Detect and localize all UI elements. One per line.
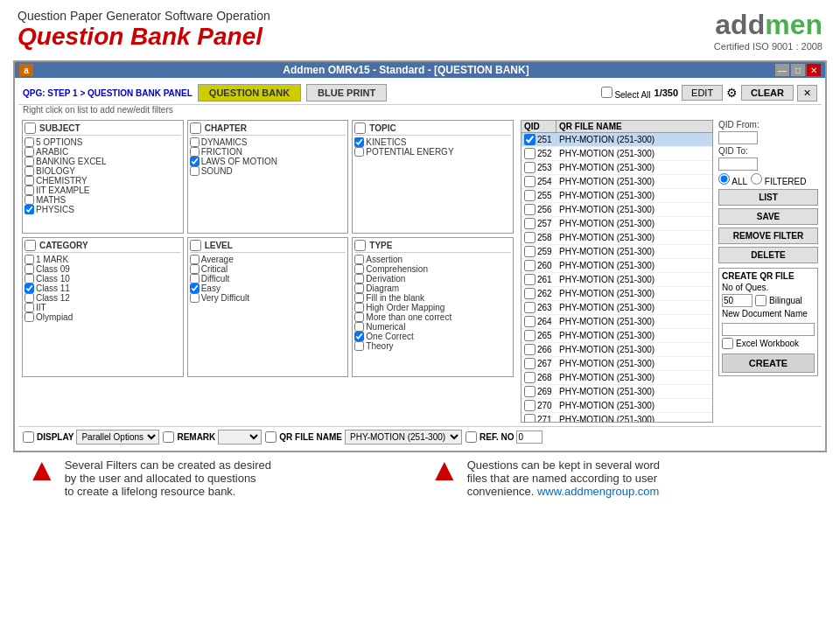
ref-no-input[interactable] bbox=[516, 430, 542, 444]
tab-question-bank[interactable]: QUESTION BANK bbox=[198, 84, 301, 102]
display-select[interactable]: Parallel Options bbox=[76, 430, 159, 444]
clear-button[interactable]: CLEAR bbox=[741, 85, 794, 101]
level-checkbox[interactable] bbox=[190, 264, 200, 274]
qid-row-checkbox[interactable] bbox=[524, 190, 536, 201]
qid-row-checkbox[interactable] bbox=[524, 330, 536, 341]
table-row[interactable]: 267PHY-MOTION (251-300) bbox=[522, 357, 712, 371]
subject-checkbox[interactable] bbox=[24, 205, 34, 214]
chapter-checkbox[interactable] bbox=[190, 147, 200, 157]
table-row[interactable]: 254PHY-MOTION (251-300) bbox=[522, 175, 712, 189]
table-row[interactable]: 271PHY-MOTION (251-300) bbox=[522, 413, 712, 422]
topic-header-cb[interactable] bbox=[354, 122, 366, 134]
qid-from-input[interactable] bbox=[718, 131, 758, 144]
category-checkbox[interactable] bbox=[24, 303, 34, 312]
remove-filter-button[interactable]: REMOVE FILTER bbox=[718, 228, 818, 244]
create-button[interactable]: CREATE bbox=[722, 354, 815, 373]
qid-row-checkbox[interactable] bbox=[524, 344, 536, 355]
subject-checkbox[interactable] bbox=[24, 166, 34, 176]
category-checkbox[interactable] bbox=[24, 284, 34, 293]
radio-filtered[interactable] bbox=[751, 173, 762, 185]
type-checkbox[interactable] bbox=[354, 303, 364, 312]
qid-row-checkbox[interactable] bbox=[524, 218, 536, 229]
subject-header-cb[interactable] bbox=[24, 122, 36, 134]
table-row[interactable]: 252PHY-MOTION (251-300) bbox=[522, 147, 712, 161]
category-checkbox[interactable] bbox=[24, 264, 34, 274]
type-checkbox[interactable] bbox=[354, 322, 364, 332]
table-row[interactable]: 268PHY-MOTION (251-300) bbox=[522, 371, 712, 385]
subject-checkbox[interactable] bbox=[24, 186, 34, 195]
qid-row-checkbox[interactable] bbox=[524, 246, 536, 257]
remark-checkbox[interactable] bbox=[163, 431, 174, 443]
qr-file-select[interactable]: PHY-MOTION (251-300) bbox=[345, 430, 462, 444]
type-checkbox[interactable] bbox=[354, 264, 364, 274]
level-header-cb[interactable] bbox=[190, 240, 201, 251]
minimize-button[interactable]: — bbox=[775, 64, 789, 76]
level-checkbox[interactable] bbox=[190, 284, 200, 293]
table-row[interactable]: 262PHY-MOTION (251-300) bbox=[522, 287, 712, 301]
qid-row-checkbox[interactable] bbox=[524, 176, 536, 187]
table-row[interactable]: 265PHY-MOTION (251-300) bbox=[522, 329, 712, 343]
close-button[interactable]: ✕ bbox=[807, 64, 821, 76]
level-checkbox[interactable] bbox=[190, 274, 200, 284]
doc-name-input[interactable] bbox=[722, 323, 815, 336]
type-checkbox[interactable] bbox=[354, 284, 364, 293]
chapter-checkbox[interactable] bbox=[190, 137, 200, 147]
type-checkbox[interactable] bbox=[354, 255, 364, 264]
qid-row-checkbox[interactable] bbox=[524, 232, 536, 243]
qid-row-checkbox[interactable] bbox=[524, 204, 536, 215]
tab-blue-print[interactable]: BLUE PRINT bbox=[306, 84, 387, 102]
table-row[interactable]: 255PHY-MOTION (251-300) bbox=[522, 189, 712, 203]
qid-row-checkbox[interactable] bbox=[524, 148, 536, 159]
table-row[interactable]: 270PHY-MOTION (251-300) bbox=[522, 399, 712, 413]
table-row[interactable]: 259PHY-MOTION (251-300) bbox=[522, 245, 712, 259]
maximize-button[interactable]: □ bbox=[791, 64, 805, 76]
table-row[interactable]: 261PHY-MOTION (251-300) bbox=[522, 273, 712, 287]
chapter-checkbox[interactable] bbox=[190, 166, 200, 176]
radio-filtered-label[interactable]: FILTERED bbox=[751, 173, 806, 186]
qr-file-checkbox[interactable] bbox=[265, 431, 276, 443]
table-row[interactable]: 266PHY-MOTION (251-300) bbox=[522, 343, 712, 357]
type-checkbox[interactable] bbox=[354, 274, 364, 284]
qid-to-input[interactable] bbox=[718, 158, 758, 171]
topic-checkbox[interactable] bbox=[354, 137, 364, 147]
type-checkbox[interactable] bbox=[354, 293, 364, 303]
type-checkbox[interactable] bbox=[354, 341, 364, 351]
table-row[interactable]: 258PHY-MOTION (251-300) bbox=[522, 231, 712, 245]
edit-button[interactable]: EDIT bbox=[682, 85, 723, 101]
save-button[interactable]: SAVE bbox=[718, 208, 818, 225]
excel-checkbox[interactable] bbox=[722, 338, 733, 349]
subject-checkbox[interactable] bbox=[24, 157, 34, 166]
table-row[interactable]: 257PHY-MOTION (251-300) bbox=[522, 217, 712, 231]
category-checkbox[interactable] bbox=[24, 312, 34, 322]
table-row[interactable]: 251PHY-MOTION (251-300) bbox=[522, 133, 712, 147]
category-checkbox[interactable] bbox=[24, 274, 34, 284]
radio-all-label[interactable]: ALL bbox=[718, 173, 747, 186]
qid-row-checkbox[interactable] bbox=[524, 358, 536, 369]
level-checkbox[interactable] bbox=[190, 293, 200, 303]
bilingual-checkbox[interactable] bbox=[755, 295, 766, 306]
table-row[interactable]: 264PHY-MOTION (251-300) bbox=[522, 315, 712, 329]
no-of-ques-input[interactable] bbox=[722, 294, 752, 307]
qid-row-checkbox[interactable] bbox=[524, 316, 536, 327]
topic-checkbox[interactable] bbox=[354, 147, 364, 157]
list-button[interactable]: LIST bbox=[718, 189, 818, 206]
ref-no-checkbox[interactable] bbox=[466, 431, 477, 443]
table-row[interactable]: 260PHY-MOTION (251-300) bbox=[522, 259, 712, 273]
settings-icon[interactable]: ⚙ bbox=[726, 86, 738, 100]
type-header-cb[interactable] bbox=[354, 240, 366, 251]
table-row[interactable]: 256PHY-MOTION (251-300) bbox=[522, 203, 712, 217]
qid-row-checkbox[interactable] bbox=[524, 414, 536, 422]
category-checkbox[interactable] bbox=[24, 293, 34, 303]
qid-row-checkbox[interactable] bbox=[524, 162, 536, 173]
chapter-header-cb[interactable] bbox=[190, 122, 201, 134]
qid-row-checkbox[interactable] bbox=[524, 260, 536, 271]
close-filter-button[interactable]: ✕ bbox=[797, 85, 817, 102]
qid-row-checkbox[interactable] bbox=[524, 302, 536, 313]
qid-row-checkbox[interactable] bbox=[524, 288, 536, 299]
radio-all[interactable] bbox=[718, 173, 730, 185]
remark-select[interactable] bbox=[218, 430, 262, 444]
level-checkbox[interactable] bbox=[190, 255, 200, 264]
qid-row-checkbox[interactable] bbox=[524, 134, 536, 145]
qid-row-checkbox[interactable] bbox=[524, 386, 536, 397]
subject-checkbox[interactable] bbox=[24, 147, 34, 157]
